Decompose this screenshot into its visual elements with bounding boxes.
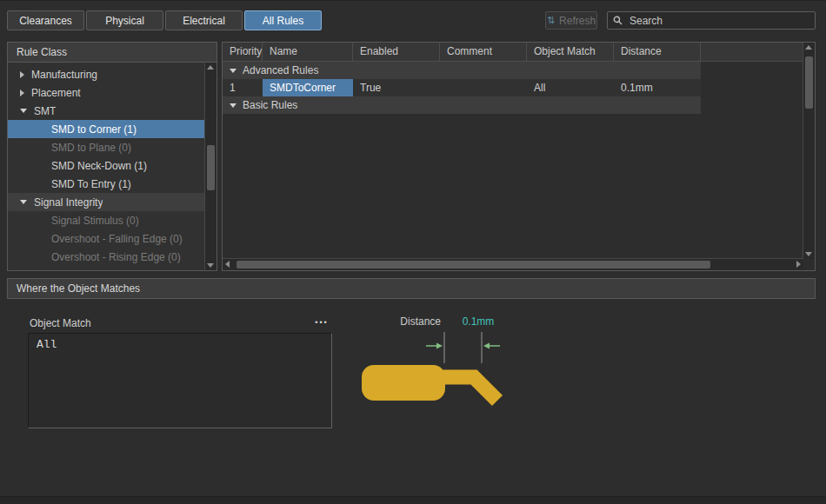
tree-item-label: Overshoot - Rising Edge (0) xyxy=(51,251,181,263)
tree-item-label: SMD To Entry (1) xyxy=(51,178,131,190)
col-object-match[interactable]: Object Match xyxy=(527,43,614,61)
trace-corner-shape xyxy=(442,377,497,401)
tree-item-label: Manufacturing xyxy=(31,69,97,81)
rule-row-smdtocorner[interactable]: 1 SMDToCorner True All 0.1mm xyxy=(223,79,701,96)
object-match-input[interactable]: All xyxy=(28,333,332,428)
scroll-up-arrow[interactable] xyxy=(803,43,815,54)
group-row-label: Basic Rules xyxy=(243,99,297,111)
search-input[interactable] xyxy=(628,14,809,28)
refresh-button[interactable]: ⇅ Refresh xyxy=(545,11,597,30)
distance-label: Distance xyxy=(400,315,441,328)
dimension-arrow-right xyxy=(483,343,500,349)
rule-class-scrollbar[interactable] xyxy=(204,63,216,270)
tab-clearances[interactable]: Clearances xyxy=(7,10,84,30)
object-match-menu-button[interactable]: ••• xyxy=(310,315,334,330)
tab-all-rules[interactable]: All Rules xyxy=(244,10,322,30)
scroll-thumb[interactable] xyxy=(805,56,813,109)
tree-item-smd-to-plane[interactable]: SMD to Plane (0) xyxy=(8,138,205,156)
col-comment[interactable]: Comment xyxy=(440,43,527,61)
tree-item-smd-neck-down[interactable]: SMD Neck-Down (1) xyxy=(8,156,205,175)
distance-value: 0.1mm xyxy=(463,315,495,328)
rule-class-header: Rule Class xyxy=(8,43,216,63)
cell-distance[interactable]: 0.1mm xyxy=(614,79,701,96)
search-box[interactable] xyxy=(607,11,816,30)
expand-icon[interactable] xyxy=(20,90,24,96)
col-priority[interactable]: Priority xyxy=(223,43,263,61)
scroll-down-arrow[interactable] xyxy=(803,248,815,259)
group-row-label: Advanced Rules xyxy=(243,64,318,76)
cell-name[interactable]: SMDToCorner xyxy=(263,79,353,96)
tree-item-label: Signal Integrity xyxy=(34,196,103,209)
rules-table: Priority Name Enabled Comment Object Mat… xyxy=(222,42,816,271)
scroll-left-arrow[interactable] xyxy=(223,259,234,270)
tree-item-manufacturing[interactable]: Manufacturing xyxy=(8,65,205,83)
tab-physical[interactable]: Physical xyxy=(86,10,163,30)
object-match-label: Object Match xyxy=(30,317,91,329)
cell-object-match[interactable]: All xyxy=(527,79,614,96)
collapse-icon[interactable] xyxy=(20,109,27,113)
cell-enabled[interactable]: True xyxy=(353,79,440,96)
col-name[interactable]: Name xyxy=(263,43,353,61)
smd-to-corner-diagram: Distance 0.1mm xyxy=(355,311,520,414)
refresh-label: Refresh xyxy=(559,15,596,27)
smd-to-corner-figure: Distance 0.1mm xyxy=(355,311,520,414)
scrollbar-corner xyxy=(803,259,815,270)
rules-table-vscrollbar[interactable] xyxy=(803,43,815,259)
tree-item-smt[interactable]: SMT xyxy=(8,102,205,120)
col-distance[interactable]: Distance xyxy=(614,43,701,61)
tree-item-smd-to-entry[interactable]: SMD To Entry (1) xyxy=(8,175,205,193)
scroll-up-arrow[interactable] xyxy=(205,63,216,74)
collapse-icon[interactable] xyxy=(20,200,27,204)
top-toolbar: Clearances Physical Electrical All Rules… xyxy=(0,0,826,41)
tree-item-signal-stimulus[interactable]: Signal Stimulus (0) xyxy=(8,211,205,229)
rule-class-title: Rule Class xyxy=(17,46,67,58)
collapse-icon[interactable] xyxy=(230,69,236,73)
search-icon xyxy=(613,16,623,25)
group-row-basic-rules[interactable]: Basic Rules xyxy=(223,96,701,114)
smd-pad-shape xyxy=(362,365,445,401)
col-enabled[interactable]: Enabled xyxy=(353,43,440,61)
where-object-matches-header: Where the Object Matches xyxy=(7,278,816,299)
dimension-arrow-left xyxy=(426,343,443,349)
rule-category-tabs: Clearances Physical Electrical All Rules xyxy=(7,10,322,30)
tree-item-signal-integrity[interactable]: Signal Integrity xyxy=(8,193,205,211)
tree-item-label: Placement xyxy=(31,87,81,99)
tree-item-overshoot-rising-edge[interactable]: Overshoot - Rising Edge (0) xyxy=(8,248,205,266)
window-footer xyxy=(0,496,826,504)
rules-table-hscrollbar[interactable] xyxy=(223,258,803,270)
scroll-down-arrow[interactable] xyxy=(205,259,216,270)
scroll-thumb[interactable] xyxy=(207,145,215,190)
refresh-icon: ⇅ xyxy=(547,16,555,25)
tree-item-placement[interactable]: Placement xyxy=(8,83,205,102)
tree-item-label: Signal Stimulus (0) xyxy=(51,215,139,227)
rule-class-panel: Rule Class Manufacturing Placement SMT S… xyxy=(7,42,217,271)
tree-item-label: SMD to Corner (1) xyxy=(51,123,137,136)
tree-item-label: Overshoot - Falling Edge (0) xyxy=(51,233,183,245)
rules-table-body: Advanced Rules 1 SMDToCorner True All 0.… xyxy=(223,62,815,114)
tree-item-overshoot-falling-edge[interactable]: Overshoot - Falling Edge (0) xyxy=(8,229,205,248)
group-row-advanced-rules[interactable]: Advanced Rules xyxy=(223,62,701,79)
section-title: Where the Object Matches xyxy=(17,282,140,295)
tree-item-label: SMD Neck-Down (1) xyxy=(51,160,147,172)
scroll-right-arrow[interactable] xyxy=(792,259,803,270)
scroll-thumb[interactable] xyxy=(236,261,710,269)
rules-table-header: Priority Name Enabled Comment Object Mat… xyxy=(223,43,815,62)
col-filler xyxy=(701,43,815,61)
collapse-icon[interactable] xyxy=(230,103,236,108)
cell-comment[interactable] xyxy=(440,79,527,96)
tree-item-label: SMT xyxy=(34,105,56,117)
expand-icon[interactable] xyxy=(20,71,24,78)
rule-class-tree: Manufacturing Placement SMT SMD to Corne… xyxy=(8,63,205,270)
cell-priority[interactable]: 1 xyxy=(223,79,263,96)
tree-item-smd-to-corner[interactable]: SMD to Corner (1) xyxy=(8,120,205,138)
tree-item-label: SMD to Plane (0) xyxy=(51,142,131,154)
tab-electrical[interactable]: Electrical xyxy=(165,10,243,30)
